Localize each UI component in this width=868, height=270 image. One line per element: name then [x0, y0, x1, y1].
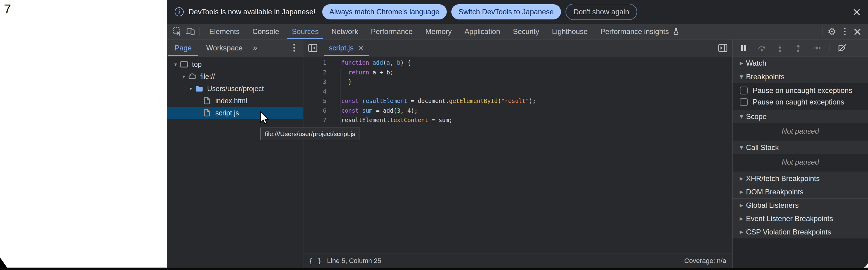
corner-cursor-artifact: [0, 258, 8, 268]
more-tabs-icon[interactable]: »: [250, 43, 260, 53]
tab-label: Lighthouse: [552, 27, 587, 36]
tab-lighthouse[interactable]: Lighthouse: [546, 24, 594, 39]
coverage-label: Coverage: n/a: [684, 257, 726, 265]
section-xhr-fetch-breakpoints[interactable]: ▶XHR/fetch Breakpoints: [733, 172, 868, 185]
section-event-listener-breakpoints[interactable]: ▶Event Listener Breakpoints: [733, 212, 868, 225]
tab-page[interactable]: Page: [167, 39, 199, 56]
expander-icon[interactable]: ▾: [187, 86, 195, 92]
section-scope[interactable]: ▼Scope: [733, 110, 868, 123]
tab-console[interactable]: Console: [246, 24, 285, 39]
navigator-sidebar: Page Workspace » ▾top▾file://▾Users/user…: [167, 39, 303, 268]
line-number[interactable]: 5: [303, 96, 327, 106]
tab-performance[interactable]: Performance: [365, 24, 419, 39]
tree-item-top[interactable]: ▾top: [167, 58, 303, 70]
devtools-main-toolbar: ElementsConsoleSourcesNetworkPerformance…: [167, 24, 868, 39]
line-number[interactable]: 3: [303, 77, 327, 87]
indent-guide: [340, 68, 340, 125]
checkbox-pause-on-uncaught-exceptions[interactable]: Pause on uncaught exceptions: [733, 85, 868, 96]
section-status-text: Not paused: [733, 123, 868, 141]
infobar-button-2[interactable]: Switch DevTools to Japanese: [451, 4, 561, 20]
expander-icon[interactable]: ▾: [172, 61, 180, 67]
file-tree: ▾top▾file://▾Users/user/projectindex.htm…: [167, 57, 303, 119]
deactivate-breakpoints-icon[interactable]: [837, 42, 848, 54]
tab-performance-insights[interactable]: Performance insights: [594, 24, 687, 39]
more-options-icon[interactable]: [838, 25, 851, 38]
line-number-gutter: 1234567: [303, 58, 327, 125]
line-number[interactable]: 4: [303, 87, 327, 97]
pretty-print-icon[interactable]: { }: [309, 257, 322, 265]
toolbar-separator: [822, 27, 823, 36]
frame-icon: [180, 60, 189, 69]
line-number[interactable]: 2: [303, 68, 327, 78]
infobar-button-3[interactable]: Don't show again: [565, 4, 637, 20]
panel-tabs: ElementsConsoleSourcesNetworkPerformance…: [203, 24, 687, 39]
tab-label: Network: [331, 27, 358, 36]
devtools-window: i DevTools is now available in Japanese!…: [167, 0, 868, 268]
toolbar-separator: [829, 43, 830, 53]
checkbox-box[interactable]: [740, 87, 748, 94]
tree-item-index-html[interactable]: index.html: [167, 95, 303, 107]
tab-security[interactable]: Security: [506, 24, 546, 39]
tree-item-users-user-project[interactable]: ▾Users/user/project: [167, 83, 303, 95]
infobar-button-1[interactable]: Always match Chrome's language: [322, 4, 447, 20]
checkbox-box[interactable]: [740, 98, 748, 106]
section-status-text: Not paused: [733, 154, 868, 172]
tree-item-label: Users/user/project: [207, 85, 264, 93]
checkbox-pause-on-caught-exceptions[interactable]: Pause on caught exceptions: [733, 96, 868, 108]
section-watch[interactable]: ▶Watch: [733, 57, 868, 70]
section-label: Watch: [746, 59, 766, 67]
infobar-message: DevTools is now available in Japanese!: [189, 8, 315, 16]
section-label: Event Listener Breakpoints: [746, 214, 833, 223]
section-label: Global Listeners: [746, 201, 799, 210]
tab-network[interactable]: Network: [325, 24, 365, 39]
screen: 7 i DevTools is now available in Japanes…: [0, 0, 868, 270]
section-label: XHR/fetch Breakpoints: [746, 174, 820, 183]
expand-icon: ▶: [737, 60, 746, 66]
section-label: Call Stack: [746, 143, 779, 152]
step-icon[interactable]: [811, 42, 822, 54]
tab-workspace[interactable]: Workspace: [199, 39, 250, 56]
section-label: Breakpoints: [746, 72, 784, 81]
infobar-close-icon[interactable]: ×: [852, 6, 861, 17]
pause-icon[interactable]: [738, 42, 749, 54]
flask-icon: [672, 27, 680, 36]
section-global-listeners[interactable]: ▶Global Listeners: [733, 198, 868, 212]
section-dom-breakpoints[interactable]: ▶DOM Breakpoints: [733, 185, 868, 198]
section-call-stack[interactable]: ▼Call Stack: [733, 141, 868, 154]
toggle-debugger-panel-icon[interactable]: [716, 41, 729, 54]
tree-item-script-js[interactable]: script.js: [167, 107, 303, 119]
cloud-icon: [188, 72, 197, 81]
section-breakpoints[interactable]: ▼Breakpoints: [733, 70, 868, 83]
code-editor[interactable]: 1234567 function add(a, b) { return a + …: [303, 57, 732, 253]
navigator-more-icon[interactable]: [288, 41, 301, 54]
code-line-7: resultElement.textContent = sum;: [303, 115, 732, 125]
expander-icon[interactable]: ▾: [180, 73, 188, 80]
debugger-sidebar: ▶Watch▼BreakpointsPause on uncaught exce…: [733, 39, 868, 268]
tab-application[interactable]: Application: [458, 24, 506, 39]
step-out-icon[interactable]: [793, 42, 804, 54]
step-into-icon[interactable]: [774, 42, 785, 54]
devtools-close-icon[interactable]: ×: [851, 25, 864, 38]
tree-item-file-[interactable]: ▾file://: [167, 70, 303, 83]
tab-label: Console: [252, 27, 279, 36]
tab-close-icon[interactable]: ×: [357, 43, 364, 53]
line-number[interactable]: 1: [303, 58, 327, 68]
tree-item-label: index.html: [215, 97, 247, 105]
tab-label: Memory: [426, 27, 452, 36]
code-line-1: function add(a, b) {: [303, 58, 732, 68]
section-csp-violation-breakpoints[interactable]: ▶CSP Violation Breakpoints: [733, 225, 868, 238]
settings-gear-icon[interactable]: ⚙: [826, 25, 838, 38]
tree-item-label: script.js: [215, 109, 239, 117]
language-infobar: i DevTools is now available in Japanese!…: [167, 0, 868, 24]
device-toolbar-icon[interactable]: [184, 25, 196, 38]
tab-sources[interactable]: Sources: [285, 24, 325, 39]
toggle-navigator-panel-icon[interactable]: [306, 41, 319, 54]
tab-elements[interactable]: Elements: [203, 24, 246, 39]
step-over-icon[interactable]: [756, 42, 767, 54]
inspect-element-icon[interactable]: [171, 25, 184, 38]
editor-tab-scriptjs[interactable]: script.js ×: [323, 39, 370, 56]
tab-memory[interactable]: Memory: [419, 24, 458, 39]
section-label: CSP Violation Breakpoints: [746, 228, 831, 236]
line-number[interactable]: 6: [303, 106, 327, 116]
line-number[interactable]: 7: [303, 115, 327, 125]
